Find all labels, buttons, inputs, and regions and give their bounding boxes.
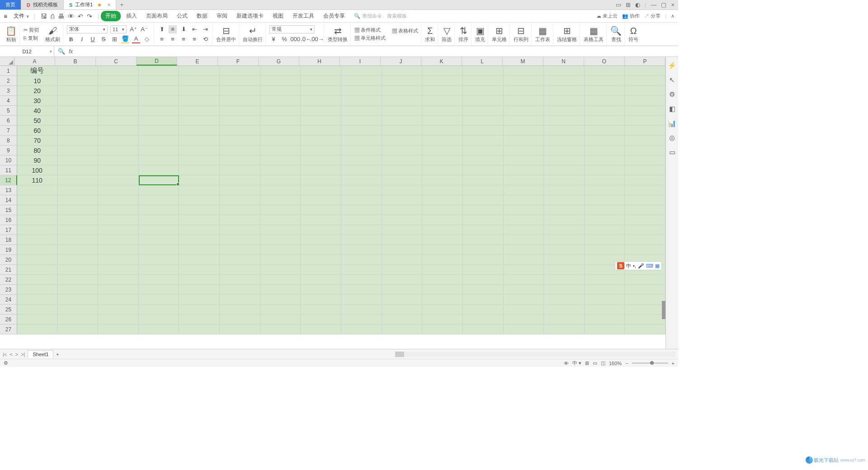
cell[interactable] [139,155,179,165]
cell[interactable] [179,275,220,285]
cell[interactable] [625,285,665,295]
cell[interactable] [625,324,665,334]
cell[interactable] [544,76,585,86]
cell[interactable] [98,295,139,305]
cell[interactable] [179,195,220,205]
cell[interactable] [98,305,139,315]
cell[interactable] [382,116,423,126]
cell[interactable] [382,275,423,285]
cell[interactable] [220,275,260,285]
cell[interactable] [139,195,179,205]
row-header[interactable]: 23 [0,285,17,295]
command-search[interactable]: 🔍 查找命令、搜索模板 [354,13,407,19]
cell[interactable] [504,295,544,305]
cell[interactable] [17,275,58,285]
cell[interactable] [341,106,382,116]
underline-button[interactable]: U [89,35,97,43]
cell[interactable] [301,165,341,175]
cell[interactable] [179,155,220,165]
copy-button[interactable]: ⎘ 复制 [24,35,39,42]
cell-icon[interactable]: ⊞ [495,25,503,36]
cell[interactable] [220,255,260,265]
cell[interactable] [625,76,665,86]
cell[interactable] [301,185,341,195]
cell[interactable] [139,205,179,215]
burger-icon[interactable]: ≡ [4,13,7,20]
cell[interactable] [341,205,382,215]
cell[interactable] [179,315,220,324]
add-sheet-button[interactable]: + [56,352,59,357]
sheet-nav-next[interactable]: > [15,352,18,357]
cell[interactable] [17,235,58,245]
cell[interactable] [382,255,423,265]
cell[interactable] [301,225,341,235]
cell[interactable] [504,195,544,205]
tab-data[interactable]: 数据 [193,10,211,22]
strike-button[interactable]: S [99,35,108,43]
cell[interactable] [57,285,98,295]
cell[interactable]: 90 [17,155,58,165]
cell[interactable] [544,285,585,295]
cell[interactable] [301,175,341,185]
cell[interactable] [260,225,301,235]
cell[interactable] [544,86,585,96]
row-header[interactable]: 3 [0,86,17,96]
cell[interactable] [463,324,504,334]
cell[interactable] [301,285,341,295]
cell[interactable] [625,195,665,205]
cell[interactable] [422,305,463,315]
cell[interactable] [544,106,585,116]
cell[interactable] [260,175,301,185]
cell[interactable] [422,116,463,126]
cell[interactable] [463,225,504,235]
side-style-icon[interactable]: ◧ [669,105,675,113]
fx-search-icon[interactable]: 🔍 [58,48,65,55]
cell[interactable] [139,116,179,126]
cell[interactable] [301,275,341,285]
row-header[interactable]: 20 [0,255,17,265]
collab-button[interactable]: 👥 协作 [622,13,640,19]
col-header-K[interactable]: K [421,57,462,66]
font-color-button[interactable]: A [132,35,140,43]
cell[interactable] [544,205,585,215]
cell[interactable] [504,225,544,235]
cell[interactable] [625,136,665,146]
tab-insert[interactable]: 插入 [123,10,141,22]
cell[interactable] [57,96,98,106]
close-window-icon[interactable]: × [671,1,675,8]
cell[interactable] [463,245,504,255]
cell[interactable] [544,195,585,205]
cell[interactable] [625,225,665,235]
cell[interactable] [544,165,585,175]
cell[interactable] [463,235,504,245]
tab-custom[interactable]: 新建选项卡 [233,10,267,22]
cell[interactable] [544,136,585,146]
share-button[interactable]: ↗ 分享 [644,13,660,19]
cell[interactable] [585,305,625,315]
cell[interactable] [422,195,463,205]
cell[interactable] [341,245,382,255]
cell[interactable] [585,155,625,165]
row-header[interactable]: 26 [0,315,17,324]
cell[interactable] [139,225,179,235]
row-header[interactable]: 12 [0,175,17,185]
fill-label[interactable]: 填充 [475,36,485,43]
dec-dec-icon[interactable]: .00→ [313,35,321,43]
ime-voice-icon[interactable]: 🎤 [638,263,644,269]
cell[interactable] [544,315,585,324]
cell[interactable] [179,285,220,295]
cell[interactable] [463,116,504,126]
cell[interactable] [422,324,463,334]
cell[interactable] [585,295,625,305]
cell[interactable] [139,76,179,86]
cell[interactable] [585,106,625,116]
col-header-G[interactable]: G [259,57,299,66]
col-header-N[interactable]: N [543,57,584,66]
cell[interactable] [544,235,585,245]
row-header[interactable]: 11 [0,165,17,175]
freeze-icon[interactable]: ⊞ [563,25,571,36]
cell[interactable] [220,66,260,76]
cell[interactable] [301,295,341,305]
cell[interactable] [382,295,423,305]
col-header-D[interactable]: D [137,57,177,66]
